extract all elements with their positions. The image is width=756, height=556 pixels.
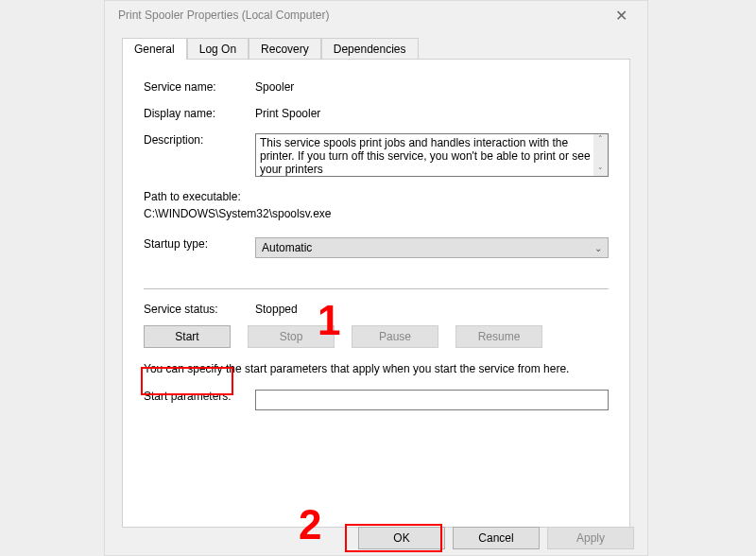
label-startup-type: Startup type: xyxy=(144,237,255,251)
tabstrip: General Log On Recovery Dependencies xyxy=(105,29,647,59)
tab-dependencies[interactable]: Dependencies xyxy=(321,38,419,60)
startup-type-select[interactable]: Automatic ⌄ xyxy=(255,237,609,258)
label-start-parameters: Start parameters: xyxy=(144,390,255,403)
dialog-buttons: OK Cancel Apply xyxy=(358,527,634,549)
general-panel: Service name: Spooler Display name: Prin… xyxy=(122,59,630,528)
label-display-name: Display name: xyxy=(144,107,255,120)
tab-recovery[interactable]: Recovery xyxy=(249,38,321,60)
description-text: This service spools print jobs and handl… xyxy=(260,136,591,176)
label-service-status: Service status: xyxy=(144,303,255,316)
tab-general[interactable]: General xyxy=(122,38,187,60)
value-service-status: Stopped xyxy=(255,303,298,316)
value-path: C:\WINDOWS\System32\spoolsv.exe xyxy=(144,207,609,220)
close-icon[interactable]: ✕ xyxy=(602,7,640,25)
pause-button: Pause xyxy=(352,325,438,348)
chevron-down-icon: ⌄ xyxy=(594,243,602,253)
start-button[interactable]: Start xyxy=(144,325,231,348)
value-display-name: Print Spooler xyxy=(255,107,320,120)
ok-button[interactable]: OK xyxy=(358,527,445,549)
value-service-name: Spooler xyxy=(255,80,294,94)
scrollbar[interactable]: ˄ ˅ xyxy=(593,134,608,176)
cancel-button[interactable]: Cancel xyxy=(453,527,540,549)
divider xyxy=(144,288,609,289)
stop-button: Stop xyxy=(248,325,335,348)
tab-logon[interactable]: Log On xyxy=(187,38,249,60)
label-service-name: Service name: xyxy=(144,80,255,94)
label-path: Path to executable: xyxy=(144,190,609,203)
label-description: Description: xyxy=(144,133,255,147)
properties-dialog: Print Spooler Properties (Local Computer… xyxy=(104,0,648,556)
startup-type-value: Automatic xyxy=(262,241,312,254)
chevron-down-icon[interactable]: ˅ xyxy=(598,166,603,176)
chevron-up-icon[interactable]: ˄ xyxy=(598,134,603,144)
start-parameters-input[interactable] xyxy=(255,390,609,410)
window-title: Print Spooler Properties (Local Computer… xyxy=(118,9,329,22)
help-text: You can specify the start parameters tha… xyxy=(144,361,609,376)
titlebar[interactable]: Print Spooler Properties (Local Computer… xyxy=(105,1,647,29)
resume-button: Resume xyxy=(455,325,542,348)
apply-button: Apply xyxy=(547,527,634,549)
description-field[interactable]: This service spools print jobs and handl… xyxy=(255,133,609,177)
control-buttons: Start Stop Pause Resume xyxy=(144,325,609,348)
